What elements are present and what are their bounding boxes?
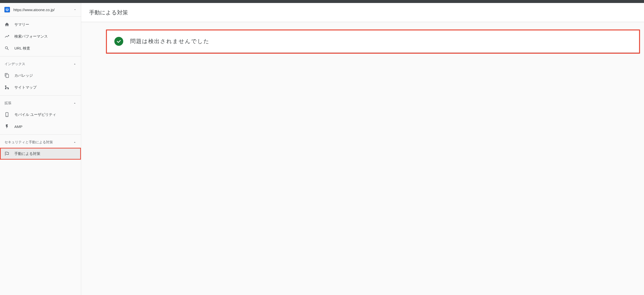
top-bar (0, 0, 644, 3)
sidebar-item-label: サマリー (14, 22, 29, 27)
flag-icon (4, 151, 11, 156)
sidebar-item-mobile[interactable]: モバイル ユーザビリティ (0, 109, 81, 120)
property-selector[interactable]: https://www.atoone.co.jp/ (0, 3, 81, 16)
home-icon (4, 22, 11, 27)
property-icon (4, 7, 10, 12)
sidebar-item-label: サイトマップ (14, 85, 37, 90)
sidebar-item-label: URL 検査 (14, 46, 30, 51)
sidebar-item-label: カバレッジ (14, 73, 33, 78)
sidebar-item-manual-actions[interactable]: 手動による対策 (0, 148, 81, 160)
chevron-up-icon (73, 140, 76, 144)
sidebar-section-security[interactable]: セキュリティと手動による対策 (0, 136, 81, 148)
chevron-up-icon (73, 102, 76, 105)
sidebar-item-summary[interactable]: サマリー (0, 18, 81, 30)
result-message: 問題は検出されませんでした (130, 38, 210, 45)
chevron-down-icon (74, 8, 76, 11)
sidebar: https://www.atoone.co.jp/ サマリー 検索パフォーマンス (0, 3, 81, 295)
sidebar-item-label: 検索パフォーマンス (14, 34, 48, 39)
search-icon (4, 46, 11, 51)
chevron-up-icon (73, 62, 76, 66)
page-header: 手動による対策 (81, 3, 644, 22)
sidebar-section-index[interactable]: インデックス (0, 58, 81, 70)
mobile-icon (4, 112, 11, 117)
sidebar-section-label: セキュリティと手動による対策 (4, 140, 53, 145)
sidebar-item-url-inspect[interactable]: URL 検査 (0, 42, 81, 54)
property-url: https://www.atoone.co.jp/ (13, 8, 55, 12)
trending-icon (4, 34, 11, 39)
result-card-highlight: 問題は検出されませんでした (106, 30, 640, 54)
coverage-icon (4, 73, 11, 78)
sidebar-item-label: モバイル ユーザビリティ (14, 112, 56, 117)
sidebar-item-performance[interactable]: 検索パフォーマンス (0, 30, 81, 42)
sitemap-icon (4, 85, 11, 90)
sidebar-section-label: 拡張 (4, 100, 12, 106)
sidebar-item-label: AMP (14, 124, 22, 129)
sidebar-section-enhance[interactable]: 拡張 (0, 98, 81, 109)
result-card: 問題は検出されませんでした (107, 30, 639, 53)
page-title: 手動による対策 (89, 9, 636, 16)
svg-rect-1 (5, 86, 6, 87)
sidebar-section-label: インデックス (4, 62, 25, 66)
sidebar-item-coverage[interactable]: カバレッジ (0, 70, 81, 82)
sidebar-item-label: 手動による対策 (14, 152, 40, 156)
sidebar-item-amp[interactable]: AMP (0, 120, 81, 132)
check-circle-icon (114, 37, 123, 46)
main-content: 手動による対策 問題は検出されませんでした (81, 3, 644, 295)
sidebar-item-sitemap[interactable]: サイトマップ (0, 82, 81, 93)
amp-icon (4, 124, 11, 129)
